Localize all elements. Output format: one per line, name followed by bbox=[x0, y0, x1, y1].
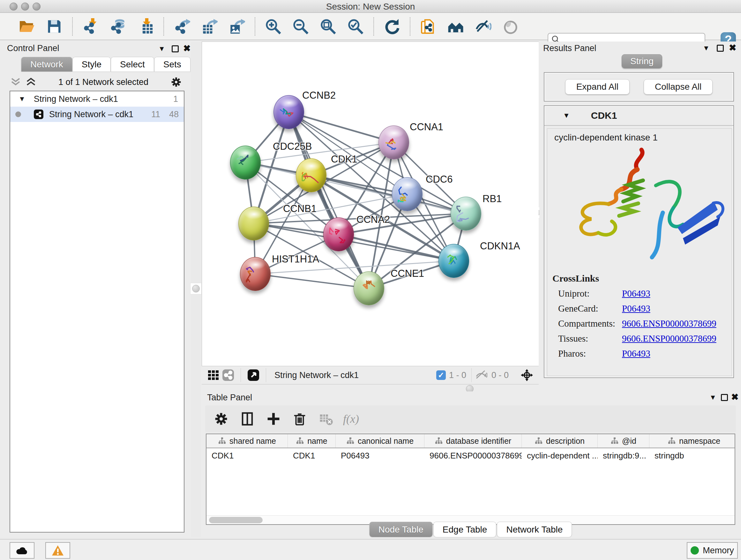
collapse-all-button[interactable]: Collapse All bbox=[644, 79, 713, 95]
gear-icon[interactable] bbox=[171, 76, 182, 88]
tab-sets[interactable]: Sets bbox=[154, 57, 191, 71]
crosslink-link[interactable]: P06493 bbox=[622, 288, 650, 299]
close-table-icon[interactable]: ✖ bbox=[731, 392, 738, 402]
show-columns-icon[interactable] bbox=[239, 410, 256, 428]
import-table-icon[interactable] bbox=[137, 17, 154, 36]
table-cell[interactable]: 9606.ENSP00000378699 bbox=[424, 448, 522, 463]
expand-all-button[interactable]: Expand All bbox=[565, 79, 630, 95]
zoom-in-icon[interactable] bbox=[264, 17, 282, 36]
export-image-icon[interactable] bbox=[228, 17, 246, 36]
node-CCNA2[interactable] bbox=[323, 217, 354, 251]
column-header-shared-name[interactable]: shared name bbox=[206, 434, 288, 448]
tab-node-table[interactable]: Node Table bbox=[369, 522, 433, 537]
table-cell[interactable]: stringdb:9... bbox=[598, 448, 650, 463]
presentation-mode-icon[interactable] bbox=[502, 17, 520, 36]
node-CCNB2[interactable] bbox=[273, 95, 304, 129]
crosslink-label: Compartments: bbox=[552, 318, 622, 329]
column-header-database-identifier[interactable]: database identifier bbox=[424, 434, 522, 448]
memory-button[interactable]: Memory bbox=[687, 542, 738, 559]
tab-style[interactable]: Style bbox=[72, 57, 111, 71]
left-splitter[interactable] bbox=[191, 42, 201, 537]
column-header--id[interactable]: @id bbox=[598, 434, 650, 448]
crosslink-link[interactable]: 9606.ENSP00000378699 bbox=[622, 318, 717, 329]
cloud-status-button[interactable] bbox=[10, 542, 35, 559]
network-status-dot bbox=[15, 111, 21, 117]
gene-card-header[interactable]: ▼ CDK1 bbox=[544, 106, 733, 126]
home-nav-icon[interactable] bbox=[447, 17, 465, 36]
edge-HIST1H1A-CCNE1[interactable] bbox=[255, 274, 369, 288]
open-session-icon[interactable] bbox=[18, 17, 36, 36]
table-cell[interactable]: cyclin-dependent ... bbox=[522, 448, 598, 463]
export-table-icon[interactable] bbox=[200, 17, 218, 36]
float-panel-icon[interactable] bbox=[172, 45, 179, 52]
node-table[interactable]: shared name name canonical name database… bbox=[206, 434, 735, 525]
collapse-panel-icon[interactable]: ▼ bbox=[158, 45, 165, 53]
expand-all-icon[interactable] bbox=[25, 77, 37, 87]
node-structure bbox=[301, 167, 322, 185]
tab-edge-table[interactable]: Edge Table bbox=[433, 522, 496, 537]
table-cell[interactable]: P06493 bbox=[336, 448, 424, 463]
node-CDKN1A[interactable] bbox=[439, 244, 469, 278]
network-canvas[interactable]: CCNB2CCNA1CDC25BCDK1CDC6RB1CCNB1CCNA2CDK… bbox=[202, 42, 539, 366]
table-cell[interactable]: CDK1 bbox=[288, 448, 336, 463]
import-network-icon[interactable] bbox=[82, 17, 99, 36]
gene-card-body: cyclin-dependent kinase 1 bbox=[547, 128, 732, 376]
warning-status-button[interactable] bbox=[45, 542, 70, 559]
table-cell[interactable]: stringdb bbox=[650, 448, 735, 463]
crosslink-link[interactable]: P06493 bbox=[622, 303, 650, 314]
tab-select[interactable]: Select bbox=[111, 57, 154, 71]
grid-view-icon[interactable] bbox=[206, 368, 221, 382]
node-HIST1H1A[interactable] bbox=[240, 257, 271, 291]
column-header-namespace[interactable]: namespace bbox=[650, 434, 735, 448]
node-label-CCNA2: CCNA2 bbox=[356, 214, 390, 226]
fit-crosshair-icon[interactable] bbox=[520, 368, 534, 382]
delete-column-icon[interactable] bbox=[291, 410, 309, 428]
collapse-results-icon[interactable]: ▼ bbox=[703, 44, 710, 52]
table-cell[interactable]: CDK1 bbox=[206, 448, 288, 463]
string-document-icon[interactable] bbox=[419, 17, 437, 36]
import-database-icon[interactable] bbox=[109, 17, 127, 36]
export-network-icon[interactable] bbox=[173, 17, 191, 36]
zoom-fit-icon[interactable] bbox=[319, 17, 337, 36]
float-results-icon[interactable] bbox=[717, 45, 724, 52]
gene-expander-icon[interactable]: ▼ bbox=[563, 111, 570, 120]
column-header-description[interactable]: description bbox=[522, 434, 598, 448]
network-collection-row[interactable]: ▼ String Network – cdk1 1 bbox=[10, 91, 184, 107]
left-splitter-handle[interactable] bbox=[192, 285, 200, 293]
node-CDC6[interactable] bbox=[392, 177, 422, 211]
tab-network-table[interactable]: Network Table bbox=[497, 522, 572, 537]
node-CCNE1[interactable] bbox=[354, 271, 384, 305]
node-CCNB1[interactable] bbox=[239, 206, 269, 240]
zoom-out-icon[interactable] bbox=[292, 17, 310, 36]
edge-CCNB2-CCNA1[interactable] bbox=[289, 112, 394, 142]
tab-network[interactable]: Network bbox=[21, 57, 72, 71]
table-settings-gear-icon[interactable] bbox=[212, 410, 230, 428]
node-CDC25B[interactable] bbox=[230, 145, 261, 179]
network-row[interactable]: String Network – cdk1 11 48 bbox=[10, 107, 184, 122]
float-table-icon[interactable] bbox=[721, 394, 728, 401]
close-panel-icon[interactable]: ✖ bbox=[183, 43, 191, 54]
zoom-selected-icon[interactable] bbox=[347, 17, 364, 36]
network-share-icon[interactable] bbox=[221, 368, 235, 382]
tab-string[interactable]: String bbox=[622, 54, 662, 68]
birdseye-view-icon[interactable] bbox=[246, 368, 261, 382]
save-session-icon[interactable] bbox=[45, 17, 63, 36]
collapse-table-icon[interactable]: ▼ bbox=[710, 393, 717, 401]
add-column-icon[interactable] bbox=[265, 410, 282, 428]
crosslink-link[interactable]: P06493 bbox=[622, 348, 650, 359]
refresh-icon[interactable] bbox=[383, 17, 401, 36]
table-row[interactable]: CDK1CDK1P064939606.ENSP00000378699cyclin… bbox=[206, 448, 735, 463]
node-RB1[interactable] bbox=[451, 197, 481, 231]
close-results-icon[interactable]: ✖ bbox=[729, 43, 736, 53]
node-structure bbox=[235, 154, 256, 172]
collapse-all-icon[interactable] bbox=[10, 77, 21, 87]
collection-expander-icon[interactable]: ▼ bbox=[18, 95, 25, 103]
hide-panels-icon[interactable] bbox=[474, 17, 492, 36]
selected-checkbox-icon[interactable]: ✓ bbox=[436, 370, 446, 380]
crosslink-link[interactable]: 9606.ENSP00000378699 bbox=[622, 333, 717, 344]
column-header-name[interactable]: name bbox=[288, 434, 336, 448]
node-CDK1[interactable] bbox=[296, 159, 327, 192]
edge-CCNA2-CDKN1A[interactable] bbox=[339, 234, 454, 261]
column-header-canonical-name[interactable]: canonical name bbox=[336, 434, 424, 448]
node-CCNA1[interactable] bbox=[379, 125, 409, 159]
